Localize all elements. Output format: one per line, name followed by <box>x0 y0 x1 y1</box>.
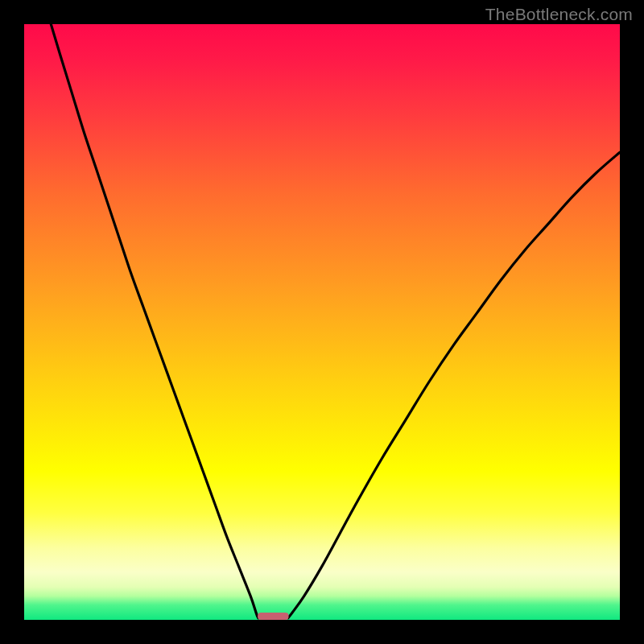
plot-frame <box>24 24 620 620</box>
curve-right <box>288 152 620 618</box>
bottom-bar-marker <box>258 613 288 620</box>
watermark: TheBottleneck.com <box>485 5 633 24</box>
curve-left <box>51 24 258 618</box>
plot-svg <box>24 24 620 620</box>
